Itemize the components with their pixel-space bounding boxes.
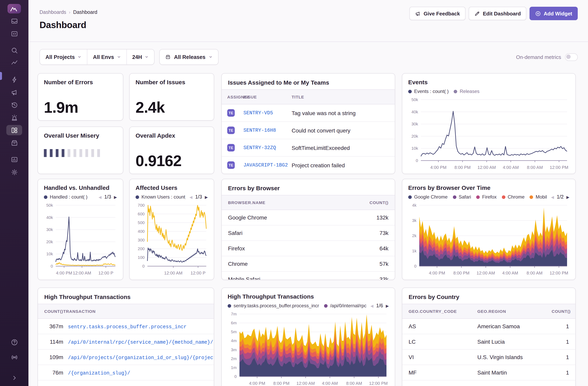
sidebar-item-metrics[interactable]: [6, 58, 22, 68]
transaction-link[interactable]: /api/0/internal/rpc/{service_name}/{meth…: [68, 340, 213, 345]
legend-item[interactable]: Safari: [453, 194, 471, 200]
column-header[interactable]: Issue: [243, 94, 292, 99]
score-bar-segment: [56, 149, 59, 157]
prev-page-arrow[interactable]: ◀: [551, 195, 554, 199]
count-value: 64k: [363, 245, 395, 251]
column-header[interactable]: count(): [38, 309, 63, 314]
legend-item[interactable]: Google Chrome: [408, 194, 447, 200]
assignee-avatar[interactable]: TE: [227, 109, 235, 117]
prev-page-arrow[interactable]: ◀: [98, 195, 101, 199]
svg-text:12:00 PM: 12:00 PM: [369, 381, 388, 386]
count-value: 367m: [38, 323, 63, 329]
widget-high-throughput-table: High Throughput Transactions count()tran…: [38, 288, 214, 386]
high-throughput-chart[interactable]: 01m2m3m4m5m6m7m4:00 PM8:00 PM12:00 AM4:0…: [228, 311, 389, 386]
affected-users-chart[interactable]: 010020030040050060070012:00 AM12:00 P: [136, 202, 208, 274]
legend-item[interactable]: Known Users : count_unique(user): [136, 194, 185, 200]
prev-page-arrow[interactable]: ◀: [189, 195, 192, 199]
sidebar-item-help[interactable]: [6, 337, 22, 347]
legend-dot: [476, 195, 480, 199]
svg-text:4:00 PM: 4:00 PM: [56, 271, 72, 275]
performance-icon: [10, 76, 18, 83]
sidebar-item-settings[interactable]: [6, 167, 22, 177]
next-page-arrow[interactable]: ▶: [567, 195, 569, 199]
legend-item[interactable]: Events : count( ): [408, 89, 449, 94]
column-header[interactable]: count(): [363, 200, 395, 205]
column-header[interactable]: browser.name: [222, 200, 363, 205]
svg-text:30k: 30k: [46, 227, 53, 232]
sidebar-item-replays[interactable]: [6, 100, 22, 110]
legend-label: Google Chrome: [414, 194, 447, 200]
handled-unhandled-chart[interactable]: 010k20k30k40k50k4:00 PM12:00 AM12:00 P: [44, 202, 117, 274]
issue-link[interactable]: SENTRY-VD5: [243, 110, 292, 116]
sidebar-item-collapse[interactable]: [6, 373, 22, 383]
add-widget-button[interactable]: Add Widget: [529, 7, 578, 20]
column-header[interactable]: transaction: [63, 309, 214, 314]
events-chart[interactable]: 010k20k30k40k50k4:00 PM8:00 PM12:00 AM4:…: [408, 96, 569, 168]
issue-link[interactable]: SENTRY-32ZQ: [243, 145, 292, 151]
legend-dot: [324, 304, 328, 308]
legend-item[interactable]: Releases: [454, 89, 480, 94]
widget-number-of-errors: Number of Errors 1.9m: [38, 73, 123, 121]
sidebar-item-issues[interactable]: [6, 16, 22, 26]
legend-item[interactable]: Firefox: [476, 194, 497, 200]
transaction-link[interactable]: /{organization_slug}/: [68, 370, 130, 376]
legend-label: Firefox: [482, 194, 497, 200]
page-title: Dashboard: [40, 20, 86, 30]
sidebar-item-feedback[interactable]: [6, 87, 22, 97]
score-bar-segment: [68, 149, 70, 157]
issue-title: Could not convert query: [292, 127, 395, 134]
count-value: 33k: [363, 276, 395, 280]
breadcrumb-dashboards[interactable]: Dashboards: [40, 9, 66, 15]
widget-overall-apdex: Overall Apdex 0.9162: [129, 127, 214, 174]
svg-text:300: 300: [138, 238, 145, 242]
issue-link[interactable]: JAVASCRIPT-1BG2: [243, 162, 292, 168]
edit-dashboard-button[interactable]: Edit Dashboard: [469, 7, 526, 20]
legend-item[interactable]: Handled : count( ): [44, 194, 87, 200]
prev-page-arrow[interactable]: ◀: [370, 304, 373, 308]
environment-filter[interactable]: All Envs: [87, 49, 126, 65]
table-row: TESENTRY-16H8Could not convert query: [222, 122, 395, 139]
sidebar-item-releases[interactable]: [6, 138, 22, 148]
page-indicator: 1/3: [104, 194, 111, 200]
column-header[interactable]: geo.country_code: [402, 309, 477, 314]
svg-text:8:00 PM: 8:00 PM: [273, 381, 290, 386]
sidebar-item-stats[interactable]: [6, 154, 22, 164]
next-page-arrow[interactable]: ▶: [205, 195, 208, 199]
legend-item[interactable]: /api/0/internal/rpc: [324, 303, 367, 309]
legend-item[interactable]: sentry.tasks.process_buffer.process_incr: [228, 303, 319, 309]
sidebar-item-alerts[interactable]: [6, 112, 22, 123]
column-header[interactable]: count(): [552, 309, 575, 314]
svg-text:30k: 30k: [411, 122, 418, 126]
next-page-arrow[interactable]: ▶: [386, 304, 389, 308]
sidebar-item-broadcast[interactable]: [6, 352, 22, 362]
dashboards-icon: [10, 126, 18, 134]
column-header[interactable]: geo.region: [477, 309, 552, 314]
project-filter[interactable]: All Projects: [40, 49, 87, 65]
table-row: 109m/api/0/projects/{organization_id_or_…: [38, 350, 214, 365]
date-range-filter[interactable]: 24H: [126, 49, 154, 65]
svg-text:0: 0: [234, 374, 237, 379]
sidebar-item-dashboards[interactable]: [6, 125, 22, 135]
legend-label: Known Users : count_unique(user): [142, 194, 185, 200]
on-demand-metrics-toggle[interactable]: [565, 53, 578, 61]
give-feedback-button[interactable]: Give Feedback: [409, 7, 465, 20]
sidebar-item-performance[interactable]: [6, 74, 22, 85]
assignee-avatar[interactable]: TE: [227, 161, 235, 169]
legend-item[interactable]: Mobile Safari: [530, 194, 547, 200]
sidebar-item-projects[interactable]: [6, 28, 22, 39]
legend-item[interactable]: Chrome: [502, 194, 525, 200]
column-header[interactable]: Title: [292, 94, 395, 99]
transaction-link[interactable]: /api/0/projects/{organization_id_or_slug…: [68, 355, 214, 361]
releases-filter-label: All Releases: [174, 54, 206, 60]
search-icon: [10, 46, 18, 54]
svg-text:0: 0: [414, 264, 417, 268]
sidebar-item-search[interactable]: [6, 45, 22, 55]
releases-filter[interactable]: All Releases: [159, 49, 219, 65]
next-page-arrow[interactable]: ▶: [114, 195, 117, 199]
issue-link[interactable]: SENTRY-16H8: [243, 128, 292, 133]
errors-by-browser-chart[interactable]: 01k2k3k4k4:00 PM8:00 PM12:00 AM4:00 AM8:…: [408, 202, 569, 274]
sentry-logo[interactable]: [7, 4, 21, 13]
assignee-avatar[interactable]: TE: [227, 127, 235, 134]
transaction-link[interactable]: sentry.tasks.process_buffer.process_incr: [68, 324, 187, 330]
assignee-avatar[interactable]: TE: [227, 144, 235, 152]
